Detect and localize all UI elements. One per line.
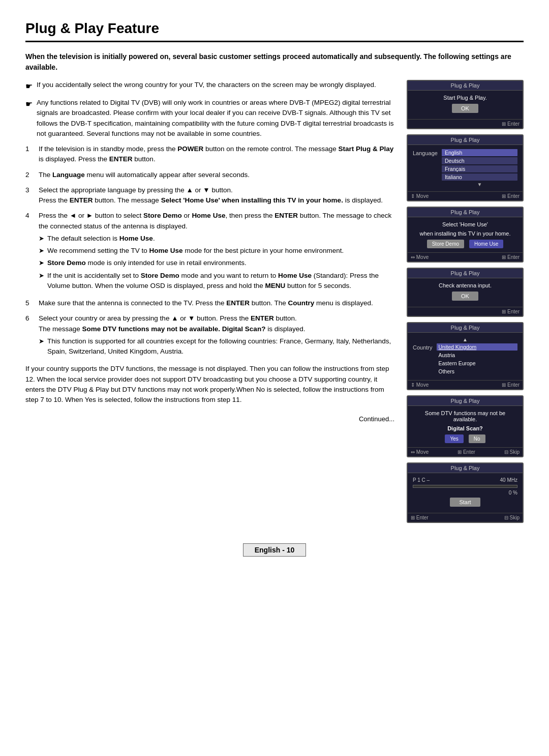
tv-lang-item-francais[interactable]: Français — [442, 165, 517, 172]
tv-country-eastern-europe[interactable]: Eastern Europe — [437, 360, 517, 367]
tv-screen-4-ok-button[interactable]: OK — [452, 292, 478, 301]
bullet-text-1: If you accidentally select the wrong cou… — [37, 80, 376, 93]
tv-screen-3-line2: when installing this TV in your home. — [413, 230, 517, 237]
bullet-item-2: ☛ Any functions related to Digital TV (D… — [25, 98, 394, 139]
intro-paragraph: When the television is initially powered… — [25, 51, 524, 73]
tv-screen-5-up-arrow: ▲ — [413, 337, 517, 342]
step-content-4: Press the ◄ or ► button to select Store … — [39, 211, 394, 293]
english-page-badge: English - 10 — [243, 543, 307, 557]
tv-screen-3-footer: ⇔ Move ⊞ Enter — [408, 252, 523, 261]
step-4: 4 Press the ◄ or ► button to select Stor… — [25, 211, 394, 293]
numbered-list: 1 If the television is in standby mode, … — [25, 144, 394, 359]
tv-lang-item-english[interactable]: English — [442, 149, 517, 156]
tv-screen-2-lang-row: Language English Deutsch Français Italia… — [413, 149, 517, 187]
tv-scan-right: 40 MHz — [500, 477, 517, 483]
step-3: 3 Select the appropriate language by pre… — [25, 185, 394, 206]
subbullet-text-4-1: The default selection is Home Use. — [47, 234, 155, 244]
tv-screen-3: Plug & Play Select 'Home Use' when insta… — [407, 207, 524, 263]
subbullet-text-4-3: Store Demo mode is only intended for use… — [47, 258, 247, 268]
step-content-2: The Language menu will automatically app… — [39, 170, 394, 180]
tv-country-austria[interactable]: Austria — [437, 352, 517, 359]
subbullet-4-3: ➤ Store Demo mode is only intended for u… — [39, 258, 394, 268]
step-content-3: Select the appropriate language by press… — [39, 185, 394, 206]
right-column-tv-screens: Plug & Play Start Plug & Play. OK ⊞ Ente… — [407, 80, 524, 523]
tv-no-button[interactable]: No — [469, 434, 485, 443]
tv-screen-6-footer-skip: ⊟ Skip — [504, 449, 520, 455]
tv-screen-3-line1: Select 'Home Use' — [413, 221, 517, 227]
tv-screen-2-body: Language English Deutsch Français Italia… — [408, 145, 523, 191]
page-title: Plug & Play Feature — [25, 20, 524, 42]
arrow-icon-4-4: ➤ — [39, 271, 44, 292]
bullet-icon-2: ☛ — [25, 98, 33, 139]
tv-progress-bar — [413, 485, 517, 488]
tv-home-use-button[interactable]: Home Use — [469, 240, 503, 248]
tv-screen-2-footer-enter: ⊞ Enter — [502, 193, 520, 199]
bullet-icon-1: ☛ — [25, 80, 33, 93]
tv-screen-5-footer: ⇕ Move ⊞ Enter — [408, 380, 523, 389]
tv-screen-3-footer-move: ⇔ Move — [411, 254, 429, 260]
tv-screen-2-lang-label: Language — [413, 149, 438, 156]
step-2: 2 The Language menu will automatically a… — [25, 170, 394, 180]
tv-screen-1-text: Start Plug & Play. — [413, 95, 517, 101]
step-content-1: If the television is in standby mode, pr… — [39, 144, 394, 165]
footer-bar: English - 10 — [25, 538, 524, 557]
tv-progress-label: 0 % — [413, 490, 517, 496]
tv-screen-2-lang-list: English Deutsch Français Italiano ▼ — [442, 149, 517, 187]
tv-screen-5-title: Plug & Play — [408, 323, 523, 333]
step-4-subbullets: ➤ The default selection is Home Use. ➤ W… — [39, 234, 394, 291]
tv-screen-3-title: Plug & Play — [408, 208, 523, 217]
tv-screen-6-buttons: Yes No — [413, 434, 517, 443]
tv-screen-5-footer-move: ⇕ Move — [411, 382, 429, 388]
tv-screen-1-body: Start Plug & Play. OK — [408, 91, 523, 119]
tv-screen-7-scan-info: P 1 C – 40 MHz — [413, 477, 517, 483]
arrow-icon-4-2: ➤ — [39, 246, 44, 256]
tv-screen-7-start-button[interactable]: Start — [450, 498, 480, 507]
step-6-subbullets: ➤ This function is supported for all cou… — [39, 336, 394, 357]
subbullet-4-2: ➤ We recommend setting the TV to Home Us… — [39, 246, 394, 256]
step-num-4: 4 — [25, 211, 34, 293]
tv-yes-button[interactable]: Yes — [445, 434, 463, 443]
bullet-text-2: Any functions related to Digital TV (DVB… — [37, 98, 394, 139]
subbullet-text-4-4: If the unit is accidentally set to Store… — [47, 271, 394, 292]
step-content-5: Make sure that the antenna is connected … — [39, 298, 394, 308]
tv-screen-5-country-label: Country — [413, 343, 433, 351]
step-content-6: Select your country or area by pressing … — [39, 313, 394, 359]
tv-screen-5-country-list: United Kingdom Austria Eastern Europe Ot… — [437, 343, 517, 376]
tv-screen-1-title: Plug & Play — [408, 81, 523, 91]
subbullet-6-1: ➤ This function is supported for all cou… — [39, 336, 394, 357]
tv-lang-more-icon: ▼ — [442, 182, 517, 187]
tv-screen-7-title: Plug & Play — [408, 463, 523, 473]
subbullet-text-4-2: We recommend setting the TV to Home Use … — [47, 246, 344, 256]
tv-screen-2-title: Plug & Play — [408, 135, 523, 145]
tv-lang-item-deutsch[interactable]: Deutsch — [442, 157, 517, 164]
subbullet-4-1: ➤ The default selection is Home Use. — [39, 234, 394, 244]
continued-text: Continued... — [25, 415, 394, 423]
tv-screen-1: Plug & Play Start Plug & Play. OK ⊞ Ente… — [407, 80, 524, 129]
tv-screen-7-body: P 1 C – 40 MHz 0 % Start — [408, 473, 523, 513]
tv-screen-6-line1: Some DTV functions may not be available. — [413, 410, 517, 422]
tv-store-demo-button[interactable]: Store Demo — [427, 240, 464, 248]
arrow-icon-6-1: ➤ — [39, 336, 44, 357]
closing-paragraph: If your country supports the DTV functio… — [25, 364, 394, 405]
tv-screen-5: Plug & Play ▲ Country United Kingdom Aus… — [407, 322, 524, 390]
tv-screen-2-footer: ⇕ Move ⊞ Enter — [408, 191, 523, 200]
tv-screen-5-country-row: Country United Kingdom Austria Eastern E… — [413, 343, 517, 376]
tv-screen-6-footer: ⇔ Move ⊞ Enter ⊟ Skip — [408, 447, 523, 456]
tv-screen-3-footer-enter: ⊞ Enter — [502, 254, 520, 260]
tv-scan-left: P 1 C – — [413, 477, 430, 483]
step-1: 1 If the television is in standby mode, … — [25, 144, 394, 165]
tv-screen-1-ok-button[interactable]: OK — [452, 104, 478, 113]
tv-country-uk[interactable]: United Kingdom — [437, 343, 517, 351]
tv-screen-2-footer-move: ⇕ Move — [411, 193, 429, 199]
step-num-1: 1 — [25, 144, 34, 165]
tv-country-others[interactable]: Others — [437, 368, 517, 375]
tv-screen-7-footer: ⊞ Enter ⊟ Skip — [408, 513, 523, 522]
tv-screen-6-title: Plug & Play — [408, 396, 523, 406]
tv-screen-4-title: Plug & Play — [408, 269, 523, 278]
tv-screen-4-hint: ⊞ Enter — [408, 307, 523, 316]
arrow-icon-4-1: ➤ — [39, 234, 44, 244]
subbullet-4-4: ➤ If the unit is accidentally set to Sto… — [39, 271, 394, 292]
tv-screen-2: Plug & Play Language English Deutsch Fra… — [407, 134, 524, 201]
tv-lang-item-italiano[interactable]: Italiano — [442, 173, 517, 181]
tv-screen-6: Plug & Play Some DTV functions may not b… — [407, 395, 524, 457]
